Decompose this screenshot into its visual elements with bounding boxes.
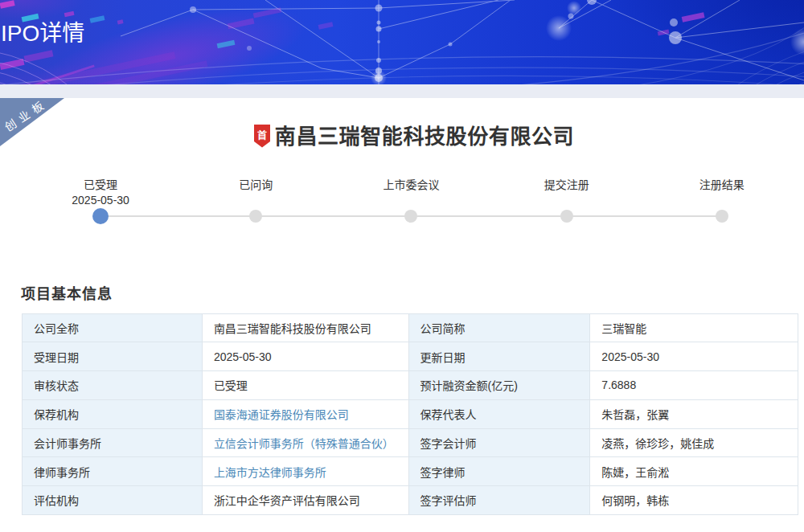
svg-text:首: 首 <box>257 129 267 141</box>
